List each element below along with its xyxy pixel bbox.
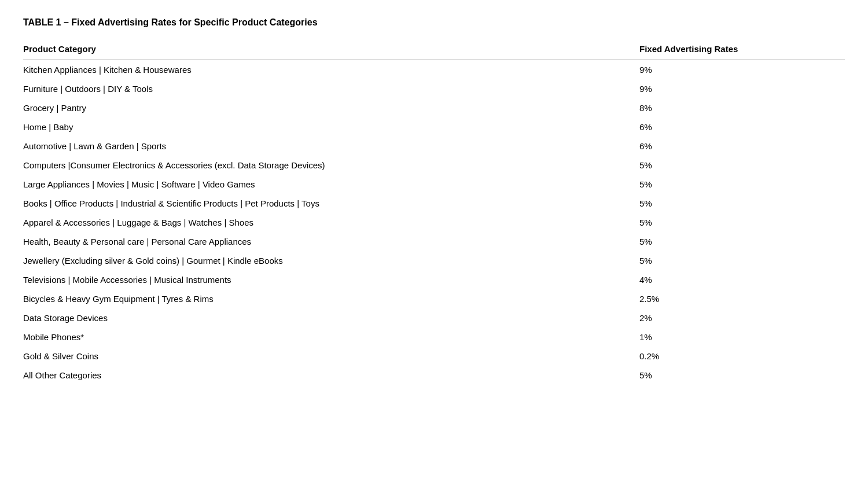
table-title: TABLE 1 – Fixed Advertising Rates for Sp… [23,17,845,28]
table-row: Televisions | Mobile Accessories | Music… [23,270,845,289]
category-cell: Home | Baby [23,117,639,137]
page-container: TABLE 1 – Fixed Advertising Rates for Sp… [23,17,845,385]
table-row: Computers |Consumer Electronics & Access… [23,156,845,175]
rate-cell: 8% [639,98,845,117]
rate-cell: 6% [639,137,845,156]
rate-cell: 5% [639,251,845,270]
category-cell: Data Storage Devices [23,308,639,327]
table-row: Kitchen Appliances | Kitchen & Houseware… [23,60,845,80]
table-row: Mobile Phones*1% [23,327,845,347]
rate-cell: 5% [639,232,845,251]
table-row: Apparel & Accessories | Luggage & Bags |… [23,213,845,232]
category-cell: Bicycles & Heavy Gym Equipment | Tyres &… [23,289,639,308]
table-row: Gold & Silver Coins0.2% [23,347,845,366]
rate-cell: 1% [639,327,845,347]
table-row: Bicycles & Heavy Gym Equipment | Tyres &… [23,289,845,308]
category-cell: Grocery | Pantry [23,98,639,117]
rate-cell: 6% [639,117,845,137]
category-cell: Kitchen Appliances | Kitchen & Houseware… [23,60,639,80]
category-cell: All Other Categories [23,366,639,385]
category-cell: Health, Beauty & Personal care | Persona… [23,232,639,251]
table-row: Health, Beauty & Personal care | Persona… [23,232,845,251]
table-row: Large Appliances | Movies | Music | Soft… [23,175,845,194]
table-row: Furniture | Outdoors | DIY & Tools9% [23,79,845,98]
rate-cell: 4% [639,270,845,289]
rate-cell: 9% [639,79,845,98]
rate-cell: 5% [639,213,845,232]
category-cell: Large Appliances | Movies | Music | Soft… [23,175,639,194]
rate-cell: 5% [639,366,845,385]
table-row: Books | Office Products | Industrial & S… [23,194,845,213]
rate-cell: 0.2% [639,347,845,366]
category-cell: Televisions | Mobile Accessories | Music… [23,270,639,289]
category-cell: Automotive | Lawn & Garden | Sports [23,137,639,156]
table-row: Automotive | Lawn & Garden | Sports6% [23,137,845,156]
table-row: Grocery | Pantry8% [23,98,845,117]
rate-cell: 5% [639,175,845,194]
column-header-category: Product Category [23,44,639,60]
table-row: Jewellery (Excluding silver & Gold coins… [23,251,845,270]
category-cell: Furniture | Outdoors | DIY & Tools [23,79,639,98]
rate-cell: 2% [639,308,845,327]
category-cell: Apparel & Accessories | Luggage & Bags |… [23,213,639,232]
advertising-rates-table: Product Category Fixed Advertising Rates… [23,44,845,385]
category-cell: Computers |Consumer Electronics & Access… [23,156,639,175]
rate-cell: 5% [639,156,845,175]
category-cell: Jewellery (Excluding silver & Gold coins… [23,251,639,270]
table-row: Data Storage Devices2% [23,308,845,327]
category-cell: Gold & Silver Coins [23,347,639,366]
category-cell: Mobile Phones* [23,327,639,347]
category-cell: Books | Office Products | Industrial & S… [23,194,639,213]
rate-cell: 5% [639,194,845,213]
rate-cell: 2.5% [639,289,845,308]
column-header-rate: Fixed Advertising Rates [639,44,845,60]
table-row: All Other Categories5% [23,366,845,385]
table-row: Home | Baby6% [23,117,845,137]
rate-cell: 9% [639,60,845,80]
